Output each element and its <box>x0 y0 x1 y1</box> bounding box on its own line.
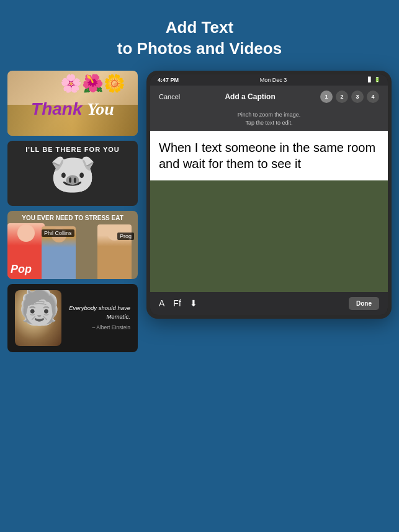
nav-steps: 1 2 3 4 <box>320 91 379 103</box>
battery-icon: 🔋 <box>374 77 380 82</box>
meme-people: Phil Collins Prog Pop <box>7 211 138 279</box>
step-4[interactable]: 4 <box>367 91 379 103</box>
pig-image: 🐷 <box>50 151 96 195</box>
page-header: Add Text to Photos and Videos <box>0 0 399 71</box>
download-button[interactable]: ⬇ <box>190 298 197 308</box>
caption-text[interactable]: When I text someone in the same room and… <box>159 140 379 172</box>
flowers-decoration: 🌸🌺🌼 <box>60 73 125 94</box>
nav-bar: Cancel Add a Caption 1 2 3 4 <box>150 86 388 108</box>
caption-area[interactable]: When I text someone in the same room and… <box>150 131 388 180</box>
tablet-screen: 4:47 PM Mon Dec 3 ▊ 🔋 Cancel Add a Capti… <box>150 74 388 315</box>
thumbnail-meme[interactable]: YOU EVER NEED TO STRESS EAT Phil Collins… <box>7 211 138 279</box>
thumbnail-pig[interactable]: I'LL BE THERE FOR YOU 🐷 <box>7 141 138 206</box>
photo-area: 🧍‍♀️ <box>150 180 388 292</box>
done-button[interactable]: Done <box>349 297 379 310</box>
einstein-quote-block: Everybody should have Mematic. – Albert … <box>68 304 130 332</box>
einstein-quote-author: – Albert Einstein <box>68 324 130 332</box>
einstein-quote-text: Everybody should have Mematic. <box>68 304 130 322</box>
status-date: Mon Dec 3 <box>260 77 287 83</box>
nav-title: Add a Caption <box>225 92 275 101</box>
hint-text: Pinch to zoom the image. Tap the text to… <box>150 108 388 131</box>
hint-line1: Pinch to zoom the image. <box>153 111 385 120</box>
hint-line2: Tap the text to edit. <box>153 119 385 128</box>
bottom-toolbar: A Ff ⬇ Done <box>150 292 388 315</box>
phil-collins-label: Phil Collins <box>42 229 74 237</box>
page-title: Add Text to Photos and Videos <box>12 17 387 60</box>
status-time: 4:47 PM <box>158 77 179 83</box>
step-2[interactable]: 2 <box>336 91 348 103</box>
cancel-button[interactable]: Cancel <box>159 93 180 100</box>
tablet-device: 4:47 PM Mon Dec 3 ▊ 🔋 Cancel Add a Capti… <box>146 71 392 319</box>
pop-label: Pop <box>11 263 32 276</box>
thumbnail-einstein[interactable]: Everybody should have Mematic. – Albert … <box>7 284 138 352</box>
step-1[interactable]: 1 <box>320 91 333 103</box>
status-bar: 4:47 PM Mon Dec 3 ▊ 🔋 <box>150 74 388 86</box>
einstein-image <box>15 290 61 346</box>
prog-label: Prog <box>117 233 134 240</box>
main-layout: 🌸🌺🌼 Thank You I'LL BE THERE FOR YOU 🐷 YO… <box>0 71 399 360</box>
font-button[interactable]: Ff <box>173 298 181 308</box>
step-3[interactable]: 3 <box>351 91 364 103</box>
thumbnails-column: 🌸🌺🌼 Thank You I'LL BE THERE FOR YOU 🐷 YO… <box>7 71 138 352</box>
thank-text: Thank <box>31 99 82 118</box>
status-icons: ▊ 🔋 <box>368 77 380 82</box>
you-text: You <box>87 99 114 118</box>
thank-you-text: Thank You <box>31 99 114 119</box>
wifi-icon: ▊ <box>368 77 372 82</box>
text-style-a-button[interactable]: A <box>159 298 164 308</box>
toolbar-left: A Ff ⬇ <box>159 298 197 308</box>
thumbnail-thank-you[interactable]: 🌸🌺🌼 Thank You <box>7 71 138 136</box>
